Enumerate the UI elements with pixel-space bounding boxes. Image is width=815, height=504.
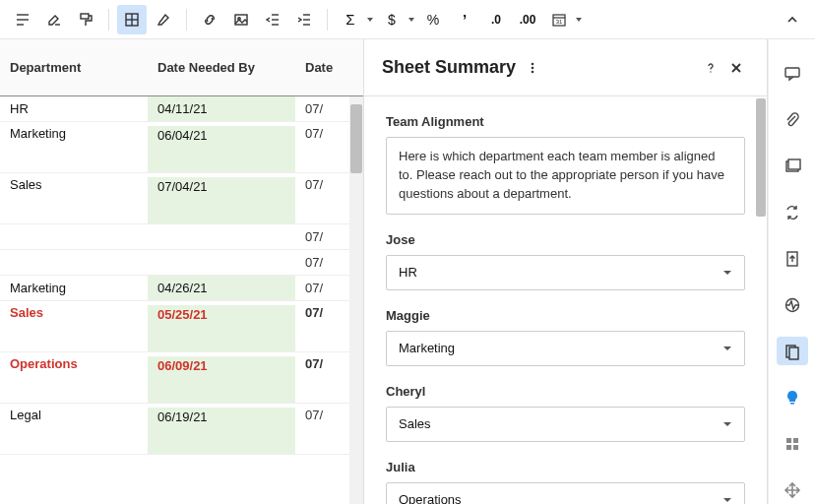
cell-department[interactable]: Marketing	[0, 281, 148, 295]
cell-date-needed[interactable]: 06/09/21	[148, 356, 295, 403]
dropdown-value: Operations	[399, 492, 462, 504]
svg-text:31: 31	[556, 19, 563, 25]
svg-rect-36	[786, 445, 791, 450]
decrease-decimal-button[interactable]: .0	[481, 5, 511, 34]
cell-date-needed[interactable]: 06/19/21	[148, 408, 295, 454]
svg-rect-34	[786, 438, 791, 443]
indent-button[interactable]	[289, 5, 319, 34]
grid-region: Department Date Needed By Date HR04/11/2…	[0, 39, 364, 504]
dropdown-value: HR	[399, 265, 417, 280]
sheet-summary-button[interactable]	[777, 337, 808, 365]
field-label-person: Jose	[386, 232, 745, 247]
cell-date-needed[interactable]: 05/25/21	[148, 305, 295, 351]
chevron-down-icon	[722, 495, 732, 504]
summary-title: Sheet Summary	[382, 57, 516, 78]
dropdown-person-department[interactable]: Sales	[386, 407, 745, 442]
table-row[interactable]: Sales05/25/2107/	[0, 301, 363, 352]
sum-dropdown[interactable]	[365, 16, 375, 24]
summary-scrollbar[interactable]	[755, 96, 767, 504]
svg-rect-4	[81, 14, 89, 19]
summary-header: Sheet Summary	[364, 39, 767, 96]
table-row[interactable]: 07/	[0, 250, 363, 276]
toolbar-separator	[108, 9, 109, 31]
table-row[interactable]: Marketing06/04/2107/	[0, 122, 363, 173]
summary-scroll-thumb[interactable]	[756, 98, 766, 217]
svg-point-21	[532, 70, 534, 73]
field-label-person: Julia	[386, 460, 745, 474]
thousands-button[interactable]: ’	[450, 5, 479, 34]
chevron-down-icon	[722, 344, 732, 353]
cell-department[interactable]: HR	[0, 101, 148, 116]
cell-date-needed[interactable]: 06/04/21	[148, 126, 295, 172]
increase-decimal-button[interactable]: .00	[513, 5, 542, 34]
sum-button[interactable]: Σ	[336, 5, 365, 34]
link-button[interactable]	[195, 5, 224, 34]
tips-button[interactable]	[777, 383, 808, 411]
dropdown-person-department[interactable]: HR	[386, 255, 745, 290]
field-label-person: Maggie	[386, 308, 745, 323]
column-header-date-needed[interactable]: Date Needed By	[148, 60, 295, 75]
dropdown-person-department[interactable]: Marketing	[386, 331, 745, 366]
image-button[interactable]	[226, 5, 256, 34]
resource-button[interactable]	[777, 429, 808, 458]
currency-button[interactable]: $	[377, 5, 407, 34]
grid-scrollbar[interactable]	[349, 96, 363, 504]
table-row[interactable]: Operations06/09/2107/	[0, 352, 363, 404]
field-label-team-alignment: Team Alignment	[386, 114, 745, 129]
currency-dropdown[interactable]	[407, 16, 416, 24]
svg-rect-32	[789, 347, 798, 359]
cell-department[interactable]: Legal	[0, 408, 148, 422]
svg-rect-26	[785, 68, 799, 77]
summary-menu-button[interactable]	[526, 61, 539, 75]
column-header-department[interactable]: Department	[0, 60, 148, 75]
activity-log-button[interactable]	[777, 290, 808, 319]
chevron-down-icon	[722, 419, 732, 429]
conversations-button[interactable]	[777, 59, 808, 88]
cell-department[interactable]: Sales	[0, 305, 148, 320]
table-row[interactable]: Marketing04/26/2107/	[0, 276, 363, 301]
summary-close-button[interactable]	[723, 55, 749, 81]
cell-department[interactable]: Marketing	[0, 126, 148, 141]
cell-date-needed[interactable]: 04/11/21	[148, 96, 295, 121]
cell-date-needed[interactable]: 04/26/21	[148, 276, 295, 300]
outdent-button[interactable]	[258, 5, 287, 34]
cell-date-needed[interactable]	[148, 250, 295, 275]
dropdown-value: Marketing	[399, 341, 455, 355]
highlight-button[interactable]	[149, 5, 178, 34]
right-rail	[768, 39, 815, 504]
move-button[interactable]	[777, 475, 808, 504]
toolbar-separator	[327, 9, 328, 31]
grid-scroll-thumb[interactable]	[350, 104, 362, 173]
cell-department[interactable]: Operations	[0, 356, 148, 371]
summary-help-button[interactable]	[698, 55, 723, 81]
wrap-button[interactable]	[8, 5, 37, 34]
cell-department[interactable]: Sales	[0, 177, 148, 192]
table-row[interactable]: Legal06/19/2107/	[0, 404, 363, 455]
svg-point-23	[710, 71, 711, 72]
publish-button[interactable]	[777, 244, 808, 273]
grid-header: Department Date Needed By Date	[0, 39, 363, 96]
column-header-date[interactable]: Date	[295, 60, 363, 75]
grid-rows[interactable]: HR04/11/2107/Marketing06/04/2107/Sales07…	[0, 96, 363, 504]
date-format-button[interactable]: 31	[544, 5, 574, 34]
table-row[interactable]: Sales07/04/2107/	[0, 173, 363, 224]
proofs-button[interactable]	[777, 152, 808, 180]
table-row[interactable]: 07/	[0, 224, 363, 250]
dropdown-person-department[interactable]: Operations	[386, 482, 745, 504]
percent-button[interactable]: %	[418, 5, 448, 34]
collapse-toolbar-button[interactable]	[778, 5, 807, 34]
table-row[interactable]: HR04/11/2107/	[0, 96, 363, 122]
cell-date-needed[interactable]: 07/04/21	[148, 177, 295, 223]
toolbar-separator	[186, 9, 187, 31]
field-value-team-alignment[interactable]: Here is which department each team membe…	[386, 137, 745, 215]
date-format-dropdown[interactable]	[574, 16, 584, 24]
sheet-summary-panel: Sheet Summary Team Alignment Here is whi…	[364, 39, 768, 504]
attachments-button[interactable]	[777, 105, 808, 134]
svg-point-20	[532, 66, 534, 69]
borders-button[interactable]	[117, 5, 147, 34]
chevron-down-icon	[722, 268, 732, 278]
clear-format-button[interactable]	[39, 5, 69, 34]
cell-date-needed[interactable]	[148, 224, 295, 249]
update-requests-button[interactable]	[777, 198, 808, 226]
format-painter-button[interactable]	[71, 5, 100, 34]
